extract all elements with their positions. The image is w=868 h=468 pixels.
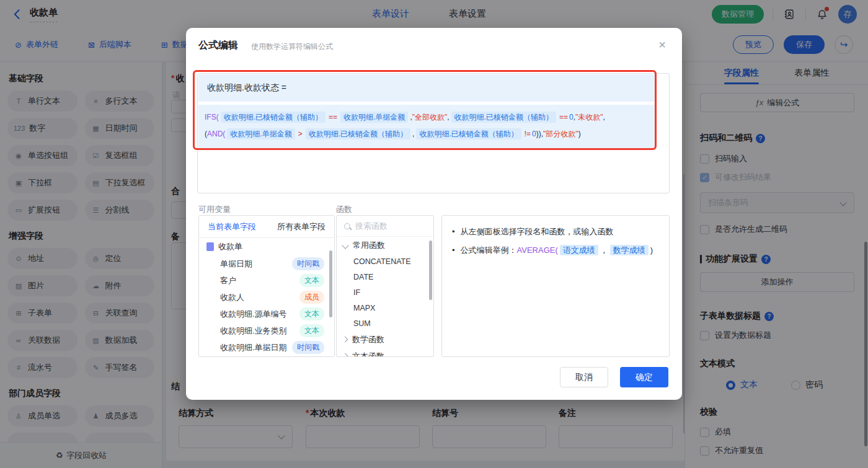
formula-token: AVERAGE( [517, 245, 558, 255]
variable-label: 客户 [220, 275, 299, 286]
function-item[interactable]: MAPX [337, 300, 433, 316]
chevron-right-icon [342, 337, 348, 343]
variables-panel: 当前表单字段 所有表单字段 收款单 单据日期时间戳客户文本收款人成员收款明细.源… [198, 215, 335, 357]
variable-item[interactable]: 成员 [199, 356, 334, 357]
close-icon[interactable]: × [658, 38, 666, 52]
field-chip[interactable]: 语文成绩 [560, 245, 598, 255]
tab-all-form-fields[interactable]: 所有表单字段 [277, 221, 326, 232]
formula-token: == [327, 113, 339, 121]
field-type-badge: 成员 [299, 291, 324, 304]
confirm-button[interactable]: 确定 [620, 367, 668, 387]
chevron-right-icon [342, 353, 348, 357]
formula-token: AND( [207, 130, 225, 138]
function-search-input[interactable]: 搜索函数 [337, 216, 433, 237]
formula-token: "全部收款" [412, 113, 448, 121]
function-item[interactable]: SUM [337, 316, 433, 331]
formula-token: , [412, 130, 414, 138]
modal-title: 公式编辑 [198, 39, 238, 52]
help-example-tokens: 公式编辑举例：AVERAGE(语文成绩，数学成绩) [461, 244, 653, 257]
variable-label: 单据日期 [220, 258, 292, 270]
field-type-badge: 文本 [299, 274, 324, 287]
variable-label: 收款明细.业务类别 [220, 325, 299, 337]
formula-token: ) [650, 245, 653, 255]
formula-input-area[interactable]: IFS(收款明细.已核销金额（辅助）==收款明细.单据金额,"全部收款",收款明… [198, 105, 655, 148]
formula-token: 0 [532, 130, 536, 138]
bullet-icon: • [452, 244, 455, 257]
form-doc-icon [206, 242, 214, 251]
function-group[interactable]: 常用函数 [337, 237, 433, 254]
formula-token: == [558, 113, 569, 121]
field-type-badge: 文本 [299, 307, 324, 320]
function-group-label: 常用函数 [353, 240, 385, 251]
function-tree: 常用函数CONCATENATEDATEIFMAPXSUM数学函数文本函数 [337, 237, 433, 357]
variable-item[interactable]: 收款人成员 [199, 289, 334, 306]
variable-item[interactable]: 收款明细.源单编号文本 [199, 306, 334, 322]
variable-item[interactable]: 单据日期时间戳 [199, 255, 334, 272]
field-chip[interactable]: 收款明细.已核销金额（辅助） [221, 112, 326, 123]
formula-line-2: (AND(收款明细.单据金额>收款明细.已核销金额（辅助）,收款明细.已核销金额… [205, 126, 649, 143]
help-bullet-2: • 公式编辑举例：AVERAGE(语文成绩，数学成绩) [452, 244, 659, 257]
formula-editor-modal: 公式编辑 使用数学运算符编辑公式 × 收款明细.收款状态 = IFS(收款明细.… [186, 28, 682, 400]
formula-token: , [603, 113, 605, 121]
field-chip[interactable]: 数学成绩 [610, 245, 649, 255]
formula-token: != [523, 130, 532, 138]
functions-panel: 搜索函数 常用函数CONCATENATEDATEIFMAPXSUM数学函数文本函… [336, 215, 434, 357]
field-chip[interactable]: 收款明细.已核销金额（辅助） [416, 128, 521, 139]
formula-token: "未收款" [575, 113, 603, 121]
variables-label: 可用变量 [198, 204, 231, 215]
variable-tree-root[interactable]: 收款单 [199, 238, 334, 255]
field-chip[interactable]: 收款明细.单据金额 [340, 112, 408, 123]
formula-token: )), [536, 130, 543, 138]
field-type-badge: 时间戳 [292, 341, 324, 354]
function-item[interactable]: DATE [337, 269, 433, 285]
help-panel: • 从左侧面板选择字段名和函数，或输入函数 • 公式编辑举例：AVERAGE(语… [441, 215, 670, 357]
formula-target-line[interactable]: 收款明细.收款状态 = [198, 74, 655, 102]
functions-label: 函数 [336, 204, 352, 215]
modal-subtitle: 使用数学运算符编辑公式 [251, 42, 333, 52]
variable-label: 收款人 [220, 292, 299, 303]
function-item[interactable]: IF [337, 285, 433, 300]
field-type-badge: 文本 [299, 324, 324, 337]
field-chip[interactable]: 收款明细.单据金额 [227, 128, 294, 139]
help-bullet-1: • 从左侧面板选择字段名和函数，或输入函数 [452, 226, 659, 238]
functions-scrollbar[interactable] [429, 241, 432, 300]
formula-token: 公式编辑举例： [461, 245, 517, 255]
bullet-icon: • [452, 226, 455, 238]
formula-token: 0 [569, 113, 574, 121]
variable-label: 收款明细.单据日期 [220, 342, 292, 353]
search-icon [344, 223, 350, 229]
formula-token: IFS( [205, 113, 219, 121]
formula-token: ) [578, 130, 581, 138]
formula-editor: 收款明细.收款状态 = IFS(收款明细.已核销金额（辅助）==收款明细.单据金… [197, 73, 670, 193]
variables-scrollbar[interactable] [329, 250, 332, 317]
variable-root-label: 收款单 [218, 241, 242, 252]
field-chip[interactable]: 收款明细.已核销金额（辅助） [451, 112, 556, 123]
variable-label: 收款明细.源单编号 [220, 309, 299, 320]
help-text: 从左侧面板选择字段名和函数，或输入函数 [461, 226, 614, 238]
tab-current-form-fields[interactable]: 当前表单字段 [208, 221, 256, 232]
function-group-label: 数学函数 [352, 334, 384, 345]
function-group[interactable]: 数学函数 [337, 331, 433, 348]
search-placeholder: 搜索函数 [355, 221, 388, 232]
function-group-label: 文本函数 [352, 351, 384, 358]
variable-tree: 单据日期时间戳客户文本收款人成员收款明细.源单编号文本收款明细.业务类别文本收款… [199, 255, 334, 357]
cancel-button[interactable]: 取消 [560, 367, 608, 387]
variable-tabs: 当前表单字段 所有表单字段 [199, 216, 334, 238]
field-chip[interactable]: 收款明细.已核销金额（辅助） [306, 128, 410, 139]
variable-item[interactable]: 收款明细.业务类别文本 [199, 322, 334, 339]
formula-line-1: IFS(收款明细.已核销金额（辅助）==收款明细.单据金额,"全部收款",收款明… [205, 109, 649, 126]
formula-token: "部分收款" [543, 130, 578, 138]
formula-token: ， [600, 245, 608, 255]
app-window: 收款单 表单设计 表单设置 数据管理 存 ⊘ 表单外链 ⊠ 后端脚本 [0, 0, 868, 468]
variable-item[interactable]: 收款明细.单据日期时间戳 [199, 339, 334, 356]
field-type-badge: 时间戳 [292, 257, 324, 270]
chevron-down-icon [342, 242, 348, 249]
function-item[interactable]: CONCATENATE [337, 254, 433, 269]
formula-token: , [447, 113, 449, 121]
function-group[interactable]: 文本函数 [337, 348, 433, 357]
formula-token: > [297, 130, 304, 138]
variable-item[interactable]: 客户文本 [199, 272, 334, 289]
